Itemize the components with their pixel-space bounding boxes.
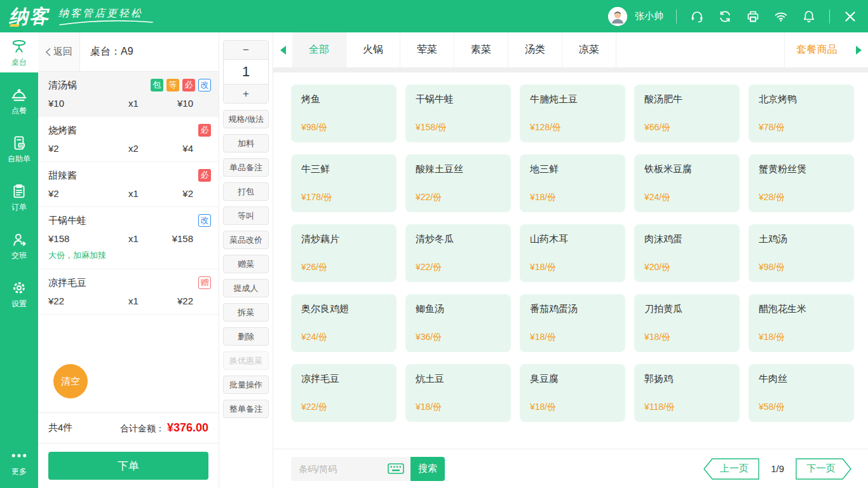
clipboard-icon xyxy=(10,182,28,200)
menu-item-card[interactable]: 凉拌毛豆¥22/份 xyxy=(291,364,397,422)
sidebar-item-more[interactable]: 更多 xyxy=(0,442,38,482)
menu-item-price: ¥18/份 xyxy=(644,332,729,343)
back-button[interactable]: 返回 xyxy=(38,32,80,71)
user-avatar[interactable] xyxy=(608,7,627,26)
menu-item-card[interactable]: 酸汤肥牛¥66/份 xyxy=(634,85,740,142)
menu-item-card[interactable]: 牛腩炖土豆¥128/份 xyxy=(520,85,625,142)
menu-item-card[interactable]: 蟹黄粉丝煲¥28/份 xyxy=(749,154,854,212)
action-takeout-button[interactable]: 打包 xyxy=(223,182,269,201)
order-item-qty: x2 xyxy=(114,143,153,154)
combo-products-button[interactable]: 套餐商品 xyxy=(784,32,849,67)
support-icon[interactable] xyxy=(689,9,705,24)
search-input[interactable] xyxy=(299,464,384,474)
tab-meat[interactable]: 荤菜 xyxy=(400,32,454,67)
menu-item-card[interactable]: 清炒冬瓜¥22/份 xyxy=(405,224,511,282)
menu-item-name: 酸汤肥牛 xyxy=(644,93,729,105)
menu-item-price: ¥18/份 xyxy=(530,262,615,273)
menu-item-card[interactable]: 肉沫鸡蛋¥20/份 xyxy=(634,224,740,282)
order-item-name: 凉拌毛豆 xyxy=(48,277,86,289)
prev-page-button[interactable]: 上一页 xyxy=(703,458,759,480)
menu-item-card[interactable]: 臭豆腐¥18/份 xyxy=(520,364,625,422)
keyboard-icon[interactable] xyxy=(388,463,404,474)
order-item[interactable]: 干锅牛蛙 改 ¥158 x1 ¥158 大份，加麻加辣 xyxy=(38,207,219,269)
menu-item-card[interactable]: 酸辣土豆丝¥22/份 xyxy=(405,154,511,212)
sidebar-item-label: 自助单 xyxy=(8,154,31,165)
order-item-qty: x1 xyxy=(114,188,153,199)
close-icon[interactable] xyxy=(843,9,858,24)
menu-item-price: ¥24/份 xyxy=(301,332,386,343)
decrease-quantity-button[interactable]: − xyxy=(224,41,268,59)
tab-cold-dish[interactable]: 凉菜 xyxy=(562,32,616,67)
menu-item-card[interactable]: 鲫鱼汤¥36/份 xyxy=(405,294,511,352)
search-button[interactable]: 搜索 xyxy=(410,457,445,481)
increase-quantity-button[interactable]: + xyxy=(224,85,268,103)
sidebar-item-orders[interactable]: 订单 xyxy=(0,177,38,217)
order-item[interactable]: 甜辣酱 必 ¥2 x1 ¥2 xyxy=(38,162,219,207)
menu-item-card[interactable]: 奥尔良鸡翅¥24/份 xyxy=(291,294,397,352)
action-order-note-button[interactable]: 整单备注 xyxy=(223,400,269,418)
sync-icon[interactable] xyxy=(717,9,733,24)
action-delete-button[interactable]: 删除 xyxy=(223,327,269,346)
menu-item-card[interactable]: 土鸡汤¥98/份 xyxy=(749,224,854,282)
menu-item-card[interactable]: 牛三鲜¥178/份 xyxy=(291,154,397,212)
order-item-badges: 赠 xyxy=(198,276,211,289)
order-item[interactable]: 清汤锅 包 等 必 改 ¥10 x1 ¥10 xyxy=(38,72,219,117)
menu-item-name: 牛三鲜 xyxy=(301,163,386,175)
action-gift-dish-button[interactable]: 赠菜 xyxy=(223,255,269,273)
menu-grid-area: 烤鱼¥98/份 干锅牛蛙¥158/份 牛腩炖土豆¥128/份 酸汤肥牛¥66/份… xyxy=(273,72,868,449)
submit-order-button[interactable]: 下单 xyxy=(48,452,208,480)
action-commission-button[interactable]: 提成人 xyxy=(223,279,269,297)
menu-item-card[interactable]: 山药木耳¥18/份 xyxy=(520,224,625,282)
quantity-stepper: − 1 + xyxy=(223,40,269,104)
action-change-price-button[interactable]: 菜品改价 xyxy=(223,231,269,249)
menu-item-card[interactable]: 烤鱼¥98/份 xyxy=(291,85,397,142)
order-item-qty: x1 xyxy=(114,98,153,109)
tab-vegetable[interactable]: 素菜 xyxy=(454,32,508,67)
menu-item-card[interactable]: 干锅牛蛙¥158/份 xyxy=(405,85,511,142)
next-page-button[interactable]: 下一页 xyxy=(796,458,851,480)
sidebar-item-shift[interactable]: 交班 xyxy=(0,226,38,266)
action-batch-button[interactable]: 批量操作 xyxy=(223,376,269,394)
menu-item-card[interactable]: 铁板米豆腐¥24/份 xyxy=(634,154,740,212)
printer-icon[interactable] xyxy=(745,9,761,24)
menu-item-card[interactable]: 牛肉丝¥58/份 xyxy=(749,364,854,422)
tabs-scroll-right-button[interactable] xyxy=(849,32,868,67)
action-split-dish-button[interactable]: 拆菜 xyxy=(223,303,269,322)
menu-item-card[interactable]: 刀拍黄瓜¥18/份 xyxy=(634,294,740,352)
order-item[interactable]: 凉拌毛豆 赠 ¥22 x1 ¥22 xyxy=(38,269,219,315)
menu-item-card[interactable]: 北京烤鸭¥78/份 xyxy=(749,85,854,142)
order-item-name: 烧烤酱 xyxy=(48,125,77,137)
order-item[interactable]: 烧烤酱 必 ¥2 x2 ¥4 xyxy=(38,117,219,162)
menu-item-card[interactable]: 炕土豆¥18/份 xyxy=(405,364,511,422)
menu-item-price: ¥98/份 xyxy=(301,122,386,133)
menu-item-card[interactable]: 清炒藕片¥26/份 xyxy=(291,224,397,282)
tab-all[interactable]: 全部 xyxy=(292,32,346,67)
menu-item-card[interactable]: 地三鲜¥18/份 xyxy=(520,154,625,212)
action-add-ingredient-button[interactable]: 加料 xyxy=(223,134,269,152)
menu-grid: 烤鱼¥98/份 干锅牛蛙¥158/份 牛腩炖土豆¥128/份 酸汤肥牛¥66/份… xyxy=(291,85,853,422)
action-item-note-button[interactable]: 单品备注 xyxy=(223,158,269,177)
menu-item-name: 奥尔良鸡翅 xyxy=(301,303,386,315)
menu-item-name: 鲫鱼汤 xyxy=(416,303,501,315)
menu-item-price: ¥28/份 xyxy=(759,192,844,203)
sidebar-item-order-food[interactable]: 点餐 xyxy=(0,81,38,121)
menu-item-name: 肉沫鸡蛋 xyxy=(644,233,729,245)
sidebar-item-tables[interactable]: 桌台 xyxy=(0,32,38,72)
menu-item-card[interactable]: 郭扬鸡¥118/份 xyxy=(634,364,740,422)
action-spec-method-button[interactable]: 规格/做法 xyxy=(223,110,269,128)
tab-hotpot[interactable]: 火锅 xyxy=(346,32,400,67)
sidebar-item-settings[interactable]: 设置 xyxy=(0,274,38,314)
sidebar-item-self-order[interactable]: 自助单 xyxy=(0,129,38,169)
bell-icon[interactable] xyxy=(801,9,817,24)
menu-item-card[interactable]: 醋泡花生米¥18/份 xyxy=(749,294,854,352)
tab-soup[interactable]: 汤类 xyxy=(508,32,562,67)
summary-total: 合计金额： ¥376.00 xyxy=(120,421,208,435)
required-badge: 必 xyxy=(182,79,195,92)
tabs-scroll-left-button[interactable] xyxy=(273,32,292,67)
wifi-icon[interactable] xyxy=(773,9,789,24)
clear-button[interactable]: 清空 xyxy=(53,364,88,398)
action-wait-call-button[interactable]: 等叫 xyxy=(223,207,269,225)
menu-item-card[interactable]: 番茄鸡蛋汤¥18/份 xyxy=(520,294,625,352)
order-item-total: ¥4 xyxy=(153,143,211,154)
main-layout: 桌台 点餐 自助单 订单 交班 设置 更多 xyxy=(0,32,868,488)
